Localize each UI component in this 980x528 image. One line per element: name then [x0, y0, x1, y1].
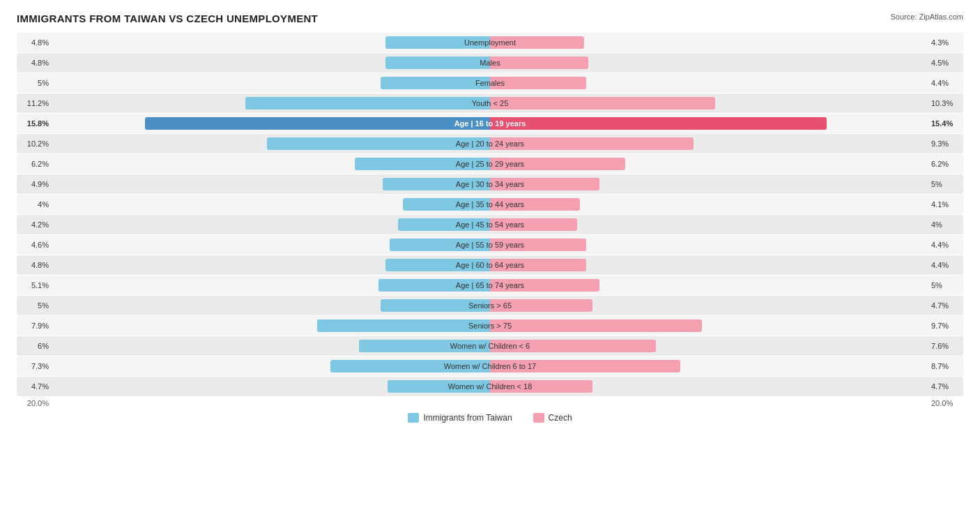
bar-right: [490, 319, 702, 332]
symmetric-chart: Seniors > 75: [53, 319, 927, 332]
bar-right: [490, 97, 715, 110]
bar-right: [490, 380, 592, 393]
chart-title: IMMIGRANTS FROM TAIWAN VS CZECH UNEMPLOY…: [17, 13, 318, 24]
left-value: 4.9%: [17, 180, 53, 188]
left-value: 7.9%: [17, 322, 53, 330]
czech-label: Czech: [549, 413, 572, 423]
symmetric-chart: Age | 30 to 34 years: [53, 178, 927, 190]
legend-czech: Czech: [533, 413, 572, 423]
table-row: 4.8%Males4.5%: [17, 53, 963, 73]
right-value: 9.7%: [927, 322, 963, 330]
table-row: 11.2%Youth < 2510.3%: [17, 93, 963, 113]
bar-right: [490, 259, 586, 271]
bar-right: [490, 218, 577, 231]
right-value: 5%: [927, 281, 963, 289]
left-value: 7.3%: [17, 362, 53, 370]
right-value: 15.4%: [927, 119, 963, 128]
symmetric-chart: Seniors > 65: [53, 299, 927, 312]
left-value: 4.8%: [17, 261, 53, 269]
czech-swatch: [533, 413, 544, 423]
right-value: 4%: [927, 220, 963, 229]
bar-right: [490, 340, 656, 352]
left-value: 6.2%: [17, 160, 53, 168]
table-row: 4.8%Age | 60 to 64 years4.4%: [17, 255, 963, 275]
symmetric-chart: Age | 65 to 74 years: [53, 279, 927, 292]
symmetric-chart: Age | 20 to 24 years: [53, 137, 927, 150]
bar-right: [490, 178, 599, 190]
right-value: 4.7%: [927, 382, 963, 391]
table-row: 15.8%Age | 16 to 19 years15.4%: [17, 114, 963, 133]
bar-right: [490, 137, 694, 150]
right-value: 4.7%: [927, 301, 963, 310]
table-row: 4.6%Age | 55 to 59 years4.4%: [17, 235, 963, 255]
symmetric-chart: Age | 25 to 29 years: [53, 158, 927, 170]
bar-left: [317, 319, 490, 332]
table-row: 6.2%Age | 25 to 29 years6.2%: [17, 154, 963, 174]
right-value: 4.1%: [927, 200, 963, 209]
table-row: 4%Age | 35 to 44 years4.1%: [17, 195, 963, 214]
bar-left: [398, 218, 490, 231]
bar-right: [490, 56, 588, 69]
left-value: 4.7%: [17, 382, 53, 391]
bar-right: [490, 36, 584, 49]
x-axis-left: 20.0%: [17, 399, 53, 407]
bar-left: [378, 279, 490, 292]
left-value: 4.6%: [17, 241, 53, 249]
right-value: 4.4%: [927, 241, 963, 249]
table-row: 4.8%Unemployment4.3%: [17, 33, 963, 52]
x-axis-right: 20.0%: [927, 399, 963, 407]
right-value: 7.6%: [927, 342, 963, 350]
symmetric-chart: Age | 16 to 19 years: [53, 117, 927, 130]
right-value: 5%: [927, 180, 963, 188]
bar-left: [388, 380, 490, 393]
right-value: 4.4%: [927, 261, 963, 269]
chart-legend: Immigrants from Taiwan Czech: [17, 413, 963, 423]
table-row: 7.9%Seniors > 759.7%: [17, 316, 963, 335]
symmetric-chart: Women w/ Children 6 to 17: [53, 360, 927, 372]
left-value: 11.2%: [17, 99, 53, 107]
left-value: 4.2%: [17, 220, 53, 229]
chart-container: IMMIGRANTS FROM TAIWAN VS CZECH UNEMPLOY…: [0, 0, 980, 430]
right-value: 8.7%: [927, 362, 963, 370]
left-value: 4%: [17, 200, 53, 209]
bar-right: [490, 198, 580, 211]
symmetric-chart: Unemployment: [53, 36, 927, 49]
bar-left: [359, 340, 490, 352]
table-row: 10.2%Age | 20 to 24 years9.3%: [17, 134, 963, 153]
left-value: 10.2%: [17, 139, 53, 148]
symmetric-chart: Women w/ Children < 6: [53, 340, 927, 352]
bar-right: [490, 77, 586, 89]
symmetric-chart: Age | 60 to 64 years: [53, 259, 927, 271]
table-row: 6%Women w/ Children < 67.6%: [17, 336, 963, 356]
bar-left: [355, 158, 490, 170]
bar-right: [490, 360, 680, 372]
table-row: 7.3%Women w/ Children 6 to 178.7%: [17, 356, 963, 376]
left-value: 5%: [17, 301, 53, 310]
symmetric-chart: Females: [53, 77, 927, 89]
bar-right: [490, 279, 599, 292]
right-value: 10.3%: [927, 99, 963, 107]
chart-source: Source: ZipAtlas.com: [890, 13, 963, 21]
right-value: 4.5%: [927, 59, 963, 67]
bar-left: [381, 299, 490, 312]
bar-right: [490, 299, 592, 312]
right-value: 4.4%: [927, 79, 963, 87]
bar-left: [245, 97, 490, 110]
bar-left: [403, 198, 490, 211]
bar-right: [490, 239, 586, 251]
taiwan-swatch: [408, 413, 419, 423]
symmetric-chart: Age | 45 to 54 years: [53, 218, 927, 231]
left-value: 5%: [17, 79, 53, 87]
left-value: 6%: [17, 342, 53, 350]
right-value: 6.2%: [927, 160, 963, 168]
symmetric-chart: Age | 35 to 44 years: [53, 198, 927, 211]
left-value: 4.8%: [17, 38, 53, 47]
right-value: 9.3%: [927, 139, 963, 148]
x-axis: 20.0% 20.0%: [17, 399, 963, 407]
legend-taiwan: Immigrants from Taiwan: [408, 413, 512, 423]
table-row: 5%Females4.4%: [17, 73, 963, 93]
bar-right: [490, 158, 625, 170]
table-row: 4.7%Women w/ Children < 184.7%: [17, 377, 963, 396]
table-row: 5%Seniors > 654.7%: [17, 296, 963, 315]
bar-left: [267, 137, 490, 150]
